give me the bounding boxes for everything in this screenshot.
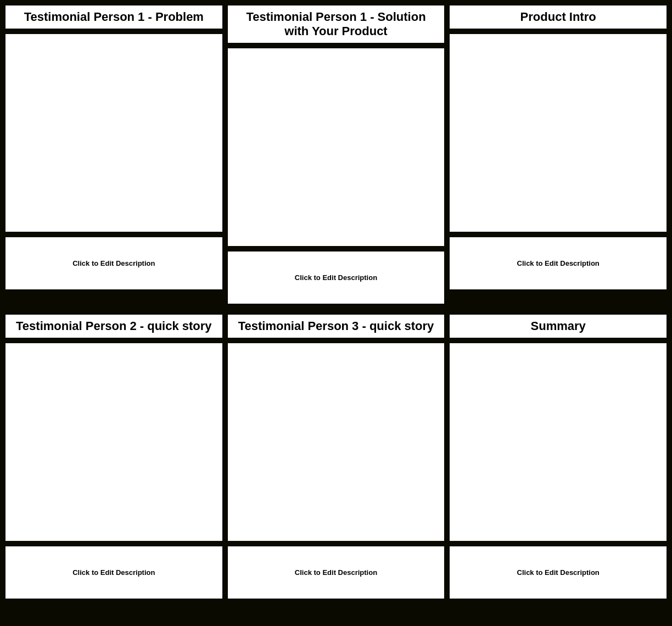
card-description-testimonial-person1-solution[interactable]: Click to Edit Description [228, 251, 445, 304]
card-title-testimonial-person1-problem: Testimonial Person 1 - Problem [5, 5, 222, 29]
top-section: Testimonial Person 1 - Problem Click to … [5, 5, 667, 304]
card-testimonial-person3: Testimonial Person 3 - quick story Click… [228, 315, 445, 599]
card-video-product-intro [450, 34, 667, 232]
card-description-testimonial-person1-problem[interactable]: Click to Edit Description [5, 237, 222, 289]
card-title-testimonial-person3: Testimonial Person 3 - quick story [228, 315, 445, 338]
card-video-testimonial-person3 [228, 343, 445, 541]
card-testimonial-person1-solution: Testimonial Person 1 - Solution with You… [228, 5, 445, 304]
card-video-testimonial-person1-problem [5, 34, 222, 232]
card-description-text-testimonial-person1-solution: Click to Edit Description [295, 273, 377, 282]
card-summary: Summary Click to Edit Description [450, 315, 667, 599]
card-description-text-testimonial-person2: Click to Edit Description [72, 568, 155, 577]
card-testimonial-person1-problem: Testimonial Person 1 - Problem Click to … [5, 5, 222, 304]
card-description-product-intro[interactable]: Click to Edit Description [450, 237, 667, 289]
card-description-testimonial-person3[interactable]: Click to Edit Description [228, 546, 445, 599]
card-title-testimonial-person2: Testimonial Person 2 - quick story [5, 315, 222, 338]
card-testimonial-person2: Testimonial Person 2 - quick story Click… [5, 315, 222, 599]
section-gap [5, 309, 667, 315]
card-video-summary [450, 343, 667, 541]
card-product-intro: Product Intro Click to Edit Description [450, 5, 667, 304]
card-title-testimonial-person1-solution: Testimonial Person 1 - Solution with You… [228, 5, 445, 43]
card-description-text-summary: Click to Edit Description [517, 568, 600, 577]
card-description-text-testimonial-person1-problem: Click to Edit Description [72, 259, 155, 267]
card-video-testimonial-person1-solution [228, 48, 445, 246]
card-title-product-intro: Product Intro [450, 5, 667, 29]
card-description-text-product-intro: Click to Edit Description [517, 259, 600, 267]
card-title-summary: Summary [450, 315, 667, 338]
bottom-section: Testimonial Person 2 - quick story Click… [5, 315, 667, 599]
card-video-testimonial-person2 [5, 343, 222, 541]
card-description-summary[interactable]: Click to Edit Description [450, 546, 667, 599]
card-description-text-testimonial-person3: Click to Edit Description [295, 568, 377, 577]
card-description-testimonial-person2[interactable]: Click to Edit Description [5, 546, 222, 599]
